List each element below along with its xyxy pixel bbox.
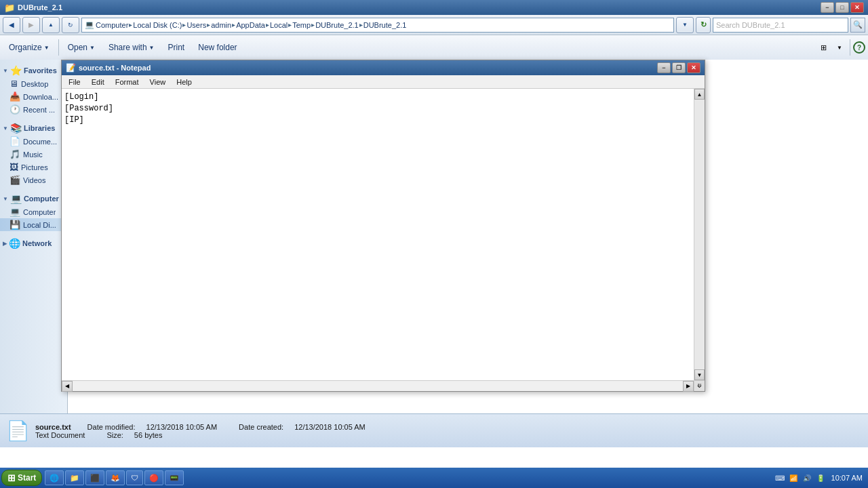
- organize-button[interactable]: Organize ▼: [3, 38, 56, 57]
- notepad-menu-help[interactable]: Help: [171, 75, 197, 89]
- pictures-label: Pictures: [21, 163, 48, 171]
- cmd-icon: ⬛: [90, 474, 100, 483]
- notepad-window: 📝 source.txt - Notepad − ❐ ✕ File Edit F…: [61, 60, 705, 392]
- search-placeholder: Search DUBrute_2.1: [716, 21, 785, 29]
- search-box[interactable]: Search DUBrute_2.1: [713, 18, 848, 33]
- computer-section[interactable]: ▼ 💻 Computer: [0, 190, 67, 205]
- notepad-scrollbar-vertical[interactable]: ▲ ▼: [694, 89, 705, 380]
- maximize-button[interactable]: □: [835, 2, 849, 13]
- sidebar-item-documents[interactable]: 📄 Docume...: [0, 135, 67, 148]
- computer-label: Computer: [24, 195, 59, 203]
- filename: source.txt: [35, 423, 71, 431]
- windows-logo: ⊞: [7, 472, 16, 483]
- date-modified-label: Date modified:: [87, 423, 136, 431]
- notepad-close-btn[interactable]: ✕: [687, 62, 701, 73]
- shield-icon: 🛡: [131, 474, 138, 482]
- taskbar-terminal-btn[interactable]: 📟: [165, 470, 184, 485]
- scroll-left-arrow[interactable]: ◀: [62, 381, 73, 392]
- file-status-icon: 📄: [5, 418, 30, 445]
- share-with-button[interactable]: Share with ▼: [102, 38, 161, 57]
- view-options-btn[interactable]: ⊞: [816, 40, 831, 55]
- notepad-menu-view[interactable]: View: [144, 75, 172, 89]
- libraries-label: Libraries: [24, 124, 55, 132]
- sidebar-item-desktop[interactable]: 🖥 Desktop: [0, 77, 67, 90]
- taskbar-ie-btn[interactable]: 🌐: [45, 470, 64, 485]
- forward-button[interactable]: ▶: [22, 17, 40, 33]
- notepad-bottom-bar: ◀ ▶ ⟱: [62, 380, 705, 391]
- sidebar-item-recent[interactable]: 🕐 Recent ...: [0, 103, 67, 116]
- network-label: Network: [22, 239, 52, 247]
- new-folder-button[interactable]: New folder: [192, 38, 243, 57]
- notepad-menu-format[interactable]: Format: [110, 75, 144, 89]
- tray-battery-icon: 🔋: [815, 472, 826, 483]
- address-segment-appdata: AppData: [236, 21, 265, 29]
- address-dropdown-btn[interactable]: ▼: [676, 17, 694, 33]
- taskbar-cmd-btn[interactable]: ⬛: [85, 470, 104, 485]
- notepad-scrollbar-horizontal[interactable]: ◀ ▶: [62, 380, 694, 391]
- resize-corner[interactable]: ⟱: [694, 380, 705, 391]
- notepad-menu-edit[interactable]: Edit: [86, 75, 110, 89]
- minimize-button[interactable]: −: [821, 2, 834, 13]
- address-segment-temp: Temp: [292, 21, 311, 29]
- window-icon: 📁: [4, 3, 15, 13]
- window-controls: − □ ✕: [821, 2, 864, 13]
- network-section[interactable]: ▶ 🌐 Network: [0, 235, 67, 250]
- close-button[interactable]: ✕: [850, 2, 864, 13]
- taskbar-app-btn[interactable]: 🔴: [144, 470, 163, 485]
- taskbar-browser-btn[interactable]: 🦊: [106, 470, 125, 485]
- taskbar-items: 🌐 📁 ⬛ 🦊 🛡 🔴 📟: [42, 470, 770, 485]
- view-dropdown-btn[interactable]: ▼: [832, 40, 847, 55]
- scroll-down-arrow[interactable]: ▼: [694, 369, 705, 380]
- organize-dropdown-icon: ▼: [44, 45, 50, 51]
- help-btn[interactable]: ?: [853, 41, 865, 54]
- start-button[interactable]: ⊞ Start: [1, 470, 42, 486]
- notepad-content-area: [Login] [Password] [IP] ▲ ▼: [62, 89, 705, 380]
- favorites-label: Favorites: [24, 66, 57, 75]
- sidebar-item-computer[interactable]: 💻 Computer: [0, 205, 67, 218]
- toolbar-sep-2: [850, 39, 850, 56]
- notepad-textarea[interactable]: [Login] [Password] [IP]: [62, 89, 694, 380]
- sidebar-item-videos[interactable]: 🎬 Videos: [0, 174, 67, 186]
- notepad-restore-btn[interactable]: ❐: [672, 62, 686, 73]
- favorites-section[interactable]: ▼ ⭐ Favorites: [0, 62, 67, 77]
- address-field[interactable]: 💻Computer ▸ Local Disk (C:) ▸ Users ▸ ad…: [81, 18, 674, 33]
- taskbar-explorer-btn[interactable]: 📁: [65, 470, 84, 485]
- file-size: 56 bytes: [134, 431, 163, 439]
- print-label: Print: [168, 43, 185, 52]
- date-created-label: Date created:: [239, 423, 283, 431]
- taskbar-time: 10:07 AM: [831, 474, 863, 482]
- back-button[interactable]: ◀: [3, 17, 20, 33]
- scroll-up-arrow[interactable]: ▲: [694, 89, 705, 100]
- refresh-nav-btn[interactable]: ↻: [696, 17, 711, 33]
- address-bar-row: ◀ ▶ ▲ ↻ 💻Computer ▸ Local Disk (C:) ▸ Us…: [0, 15, 868, 35]
- sidebar-item-localdisk[interactable]: 💾 Local Di...: [0, 218, 67, 231]
- taskbar: ⊞ Start 🌐 📁 ⬛ 🦊 🛡 🔴 📟 ⌨ 📶 🔊 🔋 10:07 AM: [0, 468, 868, 488]
- share-with-dropdown-icon: ▼: [149, 45, 155, 51]
- taskbar-tray: ⌨ 📶 🔊 🔋 10:07 AM: [770, 472, 867, 483]
- file-info-row1: source.txt Date modified: 12/13/2018 10:…: [35, 423, 863, 431]
- sidebar-item-pictures[interactable]: 🖼 Pictures: [0, 161, 67, 174]
- notepad-menu-file[interactable]: File: [63, 75, 86, 89]
- search-button[interactable]: 🔍: [850, 18, 865, 33]
- recent-label: Recent ...: [23, 106, 55, 114]
- notepad-minimize-btn[interactable]: −: [657, 62, 671, 73]
- documents-label: Docume...: [23, 138, 57, 146]
- localdisk-icon: 💾: [9, 220, 20, 230]
- sidebar-item-music[interactable]: 🎵 Music: [0, 148, 67, 161]
- scroll-track-v: [694, 100, 705, 369]
- scroll-right-arrow[interactable]: ▶: [683, 381, 694, 392]
- sidebar-item-downloads[interactable]: 📥 Downloa...: [0, 90, 67, 103]
- app-icon: 🔴: [149, 474, 159, 483]
- notepad-menu: File Edit Format View Help: [62, 75, 705, 89]
- videos-icon: 🎬: [9, 175, 20, 185]
- start-label: Start: [18, 473, 36, 483]
- print-button[interactable]: Print: [162, 38, 191, 57]
- refresh-button[interactable]: ↻: [62, 17, 79, 33]
- open-button[interactable]: Open ▼: [62, 38, 101, 57]
- libraries-section[interactable]: ▼ 📚 Libraries: [0, 120, 67, 135]
- taskbar-shield-btn[interactable]: 🛡: [126, 470, 143, 485]
- file-info: source.txt Date modified: 12/13/2018 10:…: [35, 423, 863, 439]
- computer-expand-icon: ▼: [3, 196, 8, 202]
- new-folder-label: New folder: [198, 43, 237, 52]
- up-button[interactable]: ▲: [42, 17, 60, 33]
